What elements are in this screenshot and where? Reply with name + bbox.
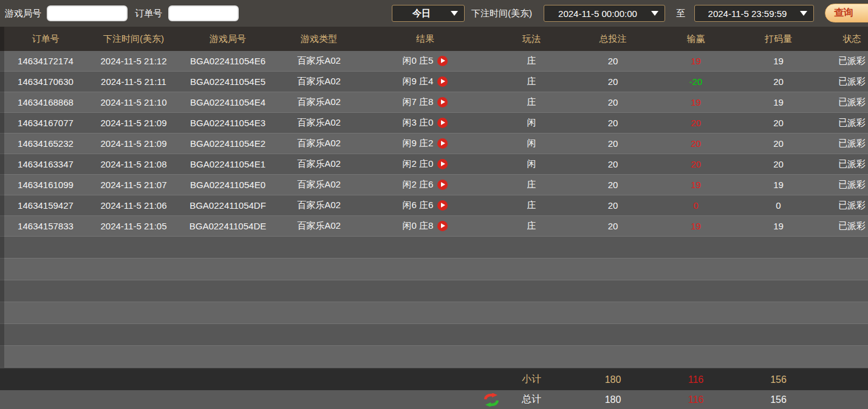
cell-round: BGA022411054E5	[176, 72, 279, 92]
result-text: 闲7 庄8	[403, 96, 434, 108]
game-round-input[interactable]	[47, 5, 128, 21]
header-status: 状态	[820, 27, 868, 51]
cell-rolling: 20	[737, 154, 820, 174]
chevron-down-icon	[451, 11, 458, 16]
search-button[interactable]: 查询	[825, 4, 868, 22]
cell-order: 14634172174	[0, 51, 91, 71]
cell-bet: 20	[571, 134, 655, 154]
table-row: 146341688682024-11-5 21:10BGA022411054E4…	[0, 92, 868, 113]
cell-rolling: 20	[737, 72, 820, 92]
end-time-value: 2024-11-5 23:59:59	[695, 8, 800, 19]
cell-winloss: 0	[655, 195, 737, 215]
cell-status: 已派彩	[820, 51, 868, 71]
table-header: 订单号 下注时间(美东) 游戏局号 游戏类型 结果 玩法 总投注 输赢 打码量 …	[0, 27, 868, 51]
chevron-down-icon	[800, 11, 807, 16]
total-label: 总计	[522, 393, 541, 406]
replay-play-icon[interactable]	[437, 76, 448, 87]
replay-play-icon[interactable]	[437, 180, 448, 190]
replay-play-icon[interactable]	[437, 159, 448, 169]
cell-order: 14634165232	[0, 134, 91, 154]
cell-status: 已派彩	[820, 134, 868, 154]
table-row: 146341706302024-11-5 21:11BGA022411054E5…	[0, 72, 868, 92]
replay-play-icon[interactable]	[437, 118, 448, 128]
cell-winloss: 20	[655, 113, 737, 133]
cell-time: 2024-11-5 21:11	[91, 72, 176, 92]
cell-result: 闲2 庄6	[358, 175, 492, 195]
subtotal-row: 小计 180 116 156	[0, 368, 868, 390]
cell-rolling: 20	[737, 134, 820, 154]
cell-rolling: 19	[737, 51, 820, 71]
cell-result: 闲6 庄6	[358, 195, 492, 215]
result-text: 闲9 庄4	[403, 76, 434, 87]
cell-winloss: 19	[655, 51, 737, 71]
cell-order: 14634168868	[0, 92, 91, 112]
cell-winloss: 19	[655, 92, 737, 112]
cell-status: 已派彩	[820, 113, 868, 133]
replay-play-icon[interactable]	[437, 97, 448, 107]
table-row: 146341578332024-11-5 21:05BGA022411054DE…	[0, 216, 868, 237]
cell-winloss: 20	[655, 134, 737, 154]
start-time-value: 2024-11-5 00:00:00	[544, 8, 651, 19]
quick-range-select[interactable]: 今日	[392, 5, 465, 22]
replay-play-icon[interactable]	[437, 200, 448, 211]
cell-bet: 20	[571, 195, 655, 215]
cell-time: 2024-11-5 21:06	[91, 195, 176, 215]
total-row: 总计 180 116 156	[0, 390, 868, 409]
cell-type: 百家乐A02	[279, 154, 358, 174]
end-time-select[interactable]: 2024-11-5 23:59:59	[694, 5, 814, 22]
header-type: 游戏类型	[279, 27, 358, 51]
subtotal-bet: 180	[571, 369, 655, 390]
table-row: 146341670772024-11-5 21:09BGA022411054E3…	[0, 113, 868, 134]
cell-rolling: 19	[737, 175, 820, 195]
header-result: 结果	[358, 27, 492, 51]
cell-result: 闲7 庄8	[358, 92, 492, 112]
cell-winloss: 20	[655, 154, 737, 174]
cell-status: 已派彩	[820, 92, 868, 112]
cell-status: 已派彩	[820, 195, 868, 215]
betting-history-page: 游戏局号 订单号 今日 下注时间(美东) 2024-11-5 00:00:00 …	[0, 0, 868, 409]
cell-time: 2024-11-5 21:09	[91, 134, 176, 154]
result-text: 闲3 庄0	[403, 117, 434, 129]
replay-play-icon[interactable]	[437, 138, 448, 149]
cell-rolling: 20	[737, 113, 820, 133]
cell-play: 庄	[492, 195, 571, 215]
cell-time: 2024-11-5 21:12	[91, 51, 176, 71]
table-body: 146341721742024-11-5 21:12BGA022411054E6…	[0, 51, 868, 368]
to-label: 至	[676, 0, 685, 27]
header-rolling: 打码量	[737, 27, 820, 51]
empty-row	[0, 302, 868, 324]
game-round-label: 游戏局号	[5, 0, 41, 27]
bet-time-label: 下注时间(美东)	[471, 0, 532, 27]
cell-rolling: 19	[737, 92, 820, 112]
empty-row	[0, 346, 868, 368]
cell-type: 百家乐A02	[279, 72, 358, 92]
cell-bet: 20	[571, 72, 655, 92]
refresh-icon[interactable]	[484, 393, 499, 407]
table-row: 146341594272024-11-5 21:06BGA022411054DF…	[0, 195, 868, 216]
cell-type: 百家乐A02	[279, 134, 358, 154]
order-number-input[interactable]	[168, 5, 239, 21]
cell-round: BGA022411054E2	[176, 134, 279, 154]
header-winloss: 输赢	[655, 27, 737, 51]
cell-round: BGA022411054E3	[176, 113, 279, 133]
cell-play: 闲	[492, 154, 571, 174]
cell-status: 已派彩	[820, 216, 868, 236]
cell-round: BGA022411054DF	[176, 195, 279, 215]
filter-bar: 游戏局号 订单号 今日 下注时间(美东) 2024-11-5 00:00:00 …	[0, 0, 868, 27]
result-text: 闲2 庄0	[403, 158, 434, 170]
cell-type: 百家乐A02	[279, 51, 358, 71]
table-left-edge	[0, 27, 4, 368]
replay-play-icon[interactable]	[437, 56, 448, 66]
cell-result: 闲3 庄0	[358, 113, 492, 133]
result-text: 闲0 庄8	[403, 220, 434, 232]
cell-round: BGA022411054DE	[176, 216, 279, 236]
cell-time: 2024-11-5 21:08	[91, 154, 176, 174]
header-order: 订单号	[0, 27, 91, 51]
replay-play-icon[interactable]	[437, 221, 448, 231]
cell-status: 已派彩	[820, 175, 868, 195]
cell-play: 庄	[492, 72, 571, 92]
cell-order: 14634159427	[0, 195, 91, 215]
start-time-select[interactable]: 2024-11-5 00:00:00	[544, 5, 665, 22]
cell-type: 百家乐A02	[279, 113, 358, 133]
cell-play: 庄	[492, 175, 571, 195]
